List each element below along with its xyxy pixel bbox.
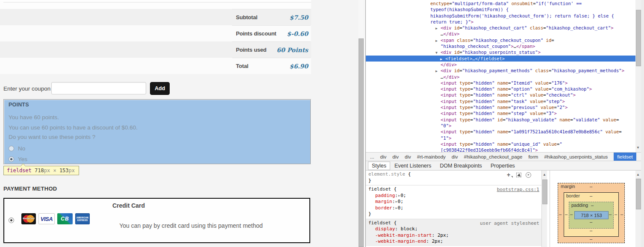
elements-tree-line[interactable]: <input type="hidden" name="option" value… (366, 86, 635, 92)
css-property[interactable]: display: block; (368, 226, 540, 232)
padding-left-value[interactable]: – (570, 212, 573, 217)
breadcrumb-item[interactable]: #hikashop_checkout_page (464, 154, 523, 159)
elements-tree-line[interactable]: "1"> (366, 135, 635, 141)
css-property[interactable]: margin:▶0; (368, 199, 540, 205)
border-right-value[interactable]: – (615, 212, 617, 217)
breadcrumb-item[interactable]: div (392, 154, 399, 159)
collapsed-arrow-icon[interactable]: ▶ (435, 38, 441, 44)
payment-method-option[interactable]: MasterCard VISA CB AMERICAN EXPRESS Cred… (3, 198, 310, 243)
elements-tree-line[interactable]: ▶<span class="hikashop_checkout_coupon" … (366, 37, 635, 43)
radio-yes-icon[interactable] (9, 156, 14, 162)
payment-method-description: You can pay by credit card using this pa… (119, 222, 263, 229)
elements-tree-line[interactable]: <input type="hidden" name="1a091f7521aa5… (366, 129, 635, 135)
elements-tree-line[interactable]: ▶<div id="hikashop_payment_methods" clas… (366, 68, 635, 74)
padding-top-value[interactable]: – (591, 203, 594, 208)
elements-tree-line[interactable]: …</div> (366, 31, 635, 37)
scroll-up-arrow-icon[interactable] (635, 173, 641, 177)
breadcrumb-item[interactable]: #rt-mainbody (417, 154, 446, 159)
tab-styles[interactable]: Styles (368, 162, 390, 170)
margin-left-value[interactable]: – (559, 212, 562, 217)
border-left-value[interactable]: – (565, 212, 568, 217)
elements-tree-line[interactable]: <input type="hidden" name="task" value="… (366, 98, 635, 104)
margin-bottom-value[interactable]: – (590, 236, 592, 241)
box-model-scrollbar[interactable] (635, 171, 641, 247)
tooltip-times-sign: × (53, 168, 56, 173)
elements-tree-line[interactable]: enctype="multipart/form-data" onsubmit="… (366, 0, 635, 6)
elements-tree-scrollbar-thumb[interactable] (636, 10, 641, 66)
totals-row: Subtotal$7.50 (0, 9, 311, 25)
styles-options-icon[interactable] (526, 172, 531, 178)
box-model-content[interactable]: 718 × 153 (574, 211, 609, 219)
styles-pane-scrollbar-thumb[interactable] (542, 179, 547, 204)
breadcrumb-item[interactable]: ... (370, 154, 374, 159)
breadcrumb-item[interactable]: div (452, 154, 458, 159)
elements-tree-line[interactable]: hikashopSubmitForm('hikashop_checkout_fo… (366, 13, 635, 19)
collapsed-arrow-icon[interactable]: ▶ (435, 26, 441, 32)
payment-method-title: Credit Card (112, 202, 145, 209)
margin-right-value[interactable]: – (620, 212, 623, 217)
new-style-rule-icon[interactable] (507, 173, 512, 178)
elements-tree-scrollbar[interactable] (635, 0, 641, 152)
css-property[interactable]: border:▶0; (368, 205, 540, 212)
styles-pane-scrollbar[interactable] (541, 171, 547, 247)
tab-properties[interactable]: Properties (486, 162, 519, 170)
devtools-edge (641, 0, 644, 247)
stylesheet-link[interactable]: bootstrap.css:1 (497, 187, 539, 192)
scroll-up-arrow-icon[interactable] (542, 173, 547, 177)
totals-cell: Subtotal$7.50 (232, 9, 311, 25)
css-property[interactable]: padding:▶0; (368, 193, 540, 199)
elements-tree-line[interactable]: <input type="hidden" name="step" value="… (366, 110, 635, 116)
elements-tree-line[interactable]: …</div> (366, 74, 635, 80)
border-top-value[interactable]: – (590, 193, 592, 198)
elements-tree-line[interactable]: <input type="hidden" name="ctrl" value="… (366, 92, 635, 98)
coupon-input[interactable] (51, 82, 146, 94)
elements-tree-line[interactable]: "0"> (366, 123, 635, 129)
tooltip-width: 718 (35, 168, 44, 173)
breadcrumb-item[interactable]: #hikashop_userpoints_status (544, 154, 608, 159)
css-selector[interactable]: fieldset (368, 186, 391, 192)
breadcrumb-item[interactable]: div (380, 154, 387, 159)
use-points-option-yes[interactable]: Yes (9, 156, 27, 162)
elements-tree-line[interactable]: "hikashop_checkout_coupon">…</span> (366, 43, 635, 49)
elements-tree-line[interactable]: </div> (366, 62, 635, 68)
radio-no-icon[interactable] (9, 146, 14, 151)
checkout-page: Subtotal$7.50Points discount$-0.60Points… (0, 0, 365, 247)
padding-right-value[interactable]: – (609, 212, 612, 217)
browser-scrollbar[interactable] (358, 0, 364, 247)
border-bottom-value[interactable]: – (590, 228, 592, 233)
css-property[interactable]: -webkit-margin-end: 2px; (368, 238, 540, 245)
padding-bottom-value[interactable]: – (590, 219, 592, 224)
elements-tree-line[interactable]: typeof(hikashopSubmitForm)) { (366, 6, 635, 12)
browser-scrollbar-thumb[interactable] (359, 38, 364, 247)
totals-cell: Total$6.90 (232, 58, 311, 74)
elements-tree-line[interactable]: ▶<div id="hikashop_checkout_cart" class=… (366, 25, 635, 31)
elements-tree-line[interactable]: <input type="hidden" name="previous" val… (366, 104, 635, 110)
styles-pane: element.style {}fieldset {padding:▶0;mar… (366, 171, 541, 247)
elements-tree-line[interactable]: <input type="hidden" id="hikashop_valida… (366, 117, 635, 123)
css-selector[interactable]: element.style (368, 171, 405, 177)
totals-cell: Points discount$-0.60 (232, 25, 311, 41)
scroll-down-arrow-icon[interactable] (635, 146, 641, 151)
collapsed-arrow-icon[interactable]: ▶ (435, 68, 441, 74)
totals-label: Points discount (236, 30, 276, 37)
elements-tree-line[interactable]: <input type="hidden" name="Itemid" value… (366, 80, 635, 86)
elements-tree-line[interactable]: ▼<div id="hikashop_userpoints_status"> (366, 49, 635, 55)
use-points-option-no[interactable]: No (9, 145, 25, 152)
breadcrumb-item[interactable]: form (528, 154, 538, 159)
box-model-scrollbar-thumb[interactable] (636, 179, 641, 209)
elements-tree-line[interactable]: <input type="hidden" name="unique_id" va… (366, 141, 635, 147)
coupon-add-button[interactable]: Add (150, 82, 170, 95)
breadcrumb-item[interactable]: div (405, 154, 411, 159)
tab-event-listeners[interactable]: Event Listeners (390, 162, 435, 170)
elements-tree-line[interactable]: return true; }"> (366, 19, 635, 25)
css-selector[interactable]: fieldset (368, 220, 391, 226)
elements-tree-line[interactable]: [c9038422f0ed316eebb9efb66f4dc8c4]"> (366, 147, 635, 152)
elements-tree-selected-line[interactable]: ▶<fieldset>…</fieldset> (366, 56, 635, 62)
tab-dom-breakpoints[interactable]: DOM Breakpoints (435, 162, 486, 170)
toggle-element-state-icon[interactable] (516, 173, 521, 177)
margin-top-value[interactable]: – (590, 184, 592, 189)
css-property[interactable]: -webkit-margin-start: 2px; (368, 232, 540, 239)
points-fieldset-highlighted: POINTS You have 60 points. You can use 6… (3, 99, 311, 165)
payment-radio-selected-icon[interactable] (9, 218, 14, 223)
breadcrumb-item-selected[interactable]: fieldset (614, 153, 636, 161)
